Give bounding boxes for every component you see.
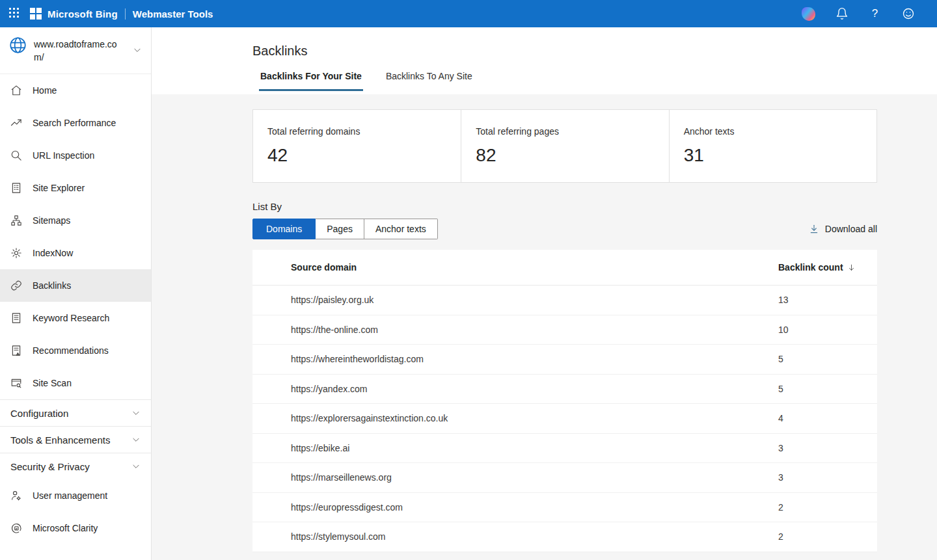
stat-label: Total referring domains bbox=[267, 126, 446, 137]
backlinks-table: Source domain Backlink count https://pai… bbox=[252, 250, 877, 552]
stat-anchor-texts: Anchor texts 31 bbox=[669, 110, 876, 182]
sidebar-section-configuration[interactable]: Configuration bbox=[0, 399, 151, 426]
brand-title[interactable]: Microsoft Bing bbox=[48, 8, 118, 20]
backlink-count-cell: 3 bbox=[778, 443, 877, 453]
backlink-count-cell: 2 bbox=[778, 502, 877, 513]
sidebar-item-url-inspection[interactable]: URL Inspection bbox=[0, 139, 151, 172]
brand-divider bbox=[125, 8, 126, 20]
sidebar-item-site-scan[interactable]: Site Scan bbox=[0, 367, 151, 399]
sidebar-item-label: Microsoft Clarity bbox=[33, 523, 98, 533]
sidebar-item-label: Home bbox=[33, 85, 57, 96]
stat-value: 42 bbox=[267, 145, 446, 166]
table-row[interactable]: https://explorersagainstextinction.co.uk… bbox=[252, 404, 877, 434]
list-by-domains-button[interactable]: Domains bbox=[252, 219, 316, 239]
sidebar-item-label: Search Performance bbox=[33, 118, 116, 128]
sidebar-item-backlinks[interactable]: Backlinks bbox=[0, 269, 151, 302]
source-domain-cell: https://marseillenews.org bbox=[252, 472, 778, 483]
section-label: Security & Privacy bbox=[10, 461, 90, 472]
source-domain-cell: https://stylemysoul.com bbox=[252, 531, 778, 542]
sidebar-item-recommendations[interactable]: Recommendations bbox=[0, 334, 151, 367]
sidebar-item-keyword-research[interactable]: Keyword Research bbox=[0, 302, 151, 334]
document-icon bbox=[10, 312, 22, 324]
table-row[interactable]: https://yandex.com 5 bbox=[252, 375, 877, 405]
gear-icon bbox=[10, 247, 22, 259]
bell-icon[interactable] bbox=[835, 7, 849, 21]
backlink-count-cell: 5 bbox=[778, 354, 877, 364]
microsoft-logo bbox=[30, 8, 42, 20]
download-all-button[interactable]: Download all bbox=[809, 224, 877, 234]
document-alert-icon bbox=[10, 345, 22, 356]
backlink-count-cell: 3 bbox=[778, 472, 877, 483]
sidebar-item-label: Site Explorer bbox=[33, 183, 85, 193]
user-gear-icon bbox=[10, 490, 22, 501]
sidebar: www.roadtoframe.com/ Home Search Perform… bbox=[0, 27, 152, 560]
sidebar-section-tools-enhancements[interactable]: Tools & Enhancements bbox=[0, 426, 151, 453]
sidebar-item-site-explorer[interactable]: Site Explorer bbox=[0, 172, 151, 204]
sidebar-section-security-privacy[interactable]: Security & Privacy bbox=[0, 453, 151, 479]
copilot-icon[interactable] bbox=[802, 7, 815, 21]
globe-icon bbox=[9, 36, 27, 54]
content-area: Total referring domains 42 Total referri… bbox=[152, 94, 937, 552]
source-domain-cell: https://the-online.com bbox=[252, 325, 778, 335]
download-icon bbox=[809, 224, 819, 234]
stat-label: Total referring pages bbox=[476, 126, 654, 137]
table-row[interactable]: https://whereintheworldistag.com 5 bbox=[252, 345, 877, 375]
smiley-feedback-icon[interactable] bbox=[901, 7, 915, 21]
sidebar-item-user-management[interactable]: User management bbox=[0, 479, 151, 512]
tab-backlinks-to-any-site[interactable]: Backlinks To Any Site bbox=[385, 71, 474, 91]
page-title: Backlinks bbox=[252, 44, 937, 59]
main-content: Backlinks Backlinks For Your Site Backli… bbox=[152, 27, 937, 560]
stat-total-referring-pages: Total referring pages 82 bbox=[461, 110, 668, 182]
sidebar-item-label: User management bbox=[33, 490, 107, 501]
trending-up-icon bbox=[10, 117, 22, 129]
table-row[interactable]: https://ebike.ai 3 bbox=[252, 434, 877, 464]
table-row[interactable]: https://marseillenews.org 3 bbox=[252, 463, 877, 493]
column-header-backlink-count[interactable]: Backlink count bbox=[778, 262, 877, 273]
list-by-anchor-texts-button[interactable]: Anchor texts bbox=[364, 219, 438, 239]
list-by-pages-button[interactable]: Pages bbox=[316, 219, 364, 239]
sidebar-item-label: Site Scan bbox=[33, 378, 72, 388]
top-app-bar: Microsoft Bing Webmaster Tools ? bbox=[0, 0, 937, 27]
tab-backlinks-for-your-site[interactable]: Backlinks For Your Site bbox=[259, 71, 363, 91]
sort-descending-icon bbox=[847, 263, 856, 272]
sidebar-item-label: Keyword Research bbox=[33, 313, 109, 323]
stat-value: 31 bbox=[684, 145, 862, 166]
backlink-count-cell: 13 bbox=[778, 295, 877, 305]
table-row[interactable]: https://paisley.org.uk 13 bbox=[252, 286, 877, 315]
stats-cards: Total referring domains 42 Total referri… bbox=[252, 109, 877, 183]
table-row[interactable]: https://the-online.com 10 bbox=[252, 315, 877, 345]
source-domain-cell: https://whereintheworldistag.com bbox=[252, 354, 778, 364]
sidebar-item-label: Recommendations bbox=[33, 345, 109, 356]
stat-label: Anchor texts bbox=[684, 126, 862, 137]
section-label: Tools & Enhancements bbox=[10, 434, 110, 446]
sidebar-item-search-performance[interactable]: Search Performance bbox=[0, 107, 151, 139]
list-by-segmented-control: Domains Pages Anchor texts bbox=[252, 219, 438, 239]
chevron-down-icon bbox=[131, 408, 141, 418]
stat-value: 82 bbox=[476, 145, 654, 166]
source-domain-cell: https://paisley.org.uk bbox=[252, 295, 778, 305]
sidebar-item-home[interactable]: Home bbox=[0, 74, 151, 107]
sidebar-item-indexnow[interactable]: IndexNow bbox=[0, 237, 151, 269]
table-row[interactable]: https://stylemysoul.com 2 bbox=[252, 522, 877, 552]
table-row[interactable]: https://europressdigest.com 2 bbox=[252, 493, 877, 523]
sidebar-item-sitemaps[interactable]: Sitemaps bbox=[0, 204, 151, 237]
chevron-down-icon bbox=[133, 46, 142, 55]
sidebar-item-microsoft-clarity[interactable]: Microsoft Clarity bbox=[0, 512, 151, 544]
source-domain-cell: https://explorersagainstextinction.co.uk bbox=[252, 413, 778, 423]
column-header-source-domain[interactable]: Source domain bbox=[252, 262, 778, 273]
table-header-row: Source domain Backlink count bbox=[252, 250, 877, 286]
backlink-count-cell: 10 bbox=[778, 325, 877, 335]
product-title[interactable]: Webmaster Tools bbox=[133, 8, 213, 20]
waffle-menu-icon[interactable] bbox=[9, 8, 21, 20]
source-domain-cell: https://ebike.ai bbox=[252, 443, 778, 453]
help-icon[interactable]: ? bbox=[868, 7, 882, 21]
source-domain-cell: https://yandex.com bbox=[252, 384, 778, 394]
site-selector[interactable]: www.roadtoframe.com/ bbox=[0, 27, 151, 74]
source-domain-cell: https://europressdigest.com bbox=[252, 502, 778, 513]
page-header: Backlinks Backlinks For Your Site Backli… bbox=[152, 27, 937, 94]
backlink-count-cell: 2 bbox=[778, 531, 877, 542]
browser-scan-icon bbox=[10, 377, 22, 389]
backlink-count-cell: 4 bbox=[778, 413, 877, 423]
site-explorer-icon bbox=[10, 182, 22, 194]
sidebar-item-label: URL Inspection bbox=[33, 150, 94, 161]
